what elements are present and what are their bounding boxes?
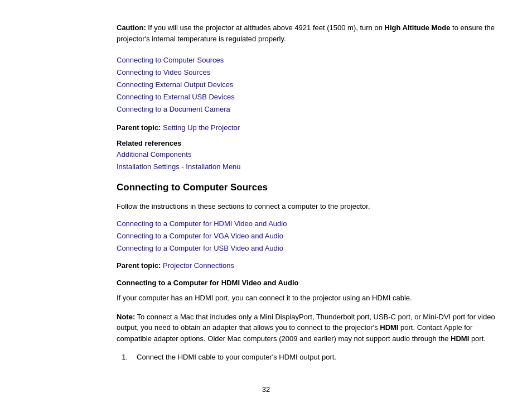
step-1-number: 1. [117, 352, 128, 363]
caution-bold-text: High Altitude Mode [385, 23, 451, 32]
link-usb-video-audio[interactable]: Connecting to a Computer for USB Video a… [117, 242, 499, 255]
step-1: 1. Connect the HDMI cable to your comput… [117, 352, 499, 363]
parent-topic-label: Parent topic: [117, 123, 161, 132]
link-installation-settings[interactable]: Installation Settings - Installation Men… [117, 161, 499, 173]
link-computer-sources[interactable]: Connecting to Computer Sources [117, 54, 499, 66]
related-references-section: Related references Additional Components… [117, 139, 499, 173]
note-text3: port. [469, 334, 486, 343]
link-hdmi-video-audio[interactable]: Connecting to a Computer for HDMI Video … [117, 218, 499, 230]
content-area: Caution: If you will use the projector a… [117, 22, 499, 363]
page-number: 32 [0, 385, 532, 394]
caution-text: If you will use the projector at altitud… [146, 23, 385, 32]
hdmi-note-block: Note: To connect a Mac that includes onl… [117, 312, 499, 344]
note-label: Note: [117, 313, 135, 321]
computer-sources-parent-topic: Parent topic: Projector Connections [117, 260, 499, 271]
hdmi-section-heading: Connecting to a Computer for HDMI Video … [117, 279, 499, 287]
section-heading-computer-sources: Connecting to Computer Sources [117, 182, 499, 193]
note-bold1: HDMI [380, 323, 398, 332]
related-references-label: Related references [117, 139, 499, 147]
note-bold2: HDMI [451, 334, 469, 343]
computer-sources-intro: Follow the instructions in these section… [117, 201, 499, 212]
page-container: Caution: If you will use the projector a… [0, 0, 532, 412]
link-video-sources[interactable]: Connecting to Video Sources [117, 66, 499, 79]
link-external-usb[interactable]: Connecting to External USB Devices [117, 91, 499, 103]
link-document-camera[interactable]: Connecting to a Document Camera [117, 103, 499, 116]
computer-sources-parent-label: Parent topic: [117, 261, 161, 270]
parent-topic-line: Parent topic: Setting Up the Projector [117, 122, 499, 133]
caution-block: Caution: If you will use the projector a… [117, 22, 499, 44]
link-vga-video-audio[interactable]: Connecting to a Computer for VGA Video a… [117, 230, 499, 242]
caution-label: Caution: [117, 23, 146, 32]
nav-links-section: Connecting to Computer Sources Connectin… [117, 54, 499, 116]
parent-topic-link[interactable]: Setting Up the Projector [163, 123, 240, 132]
hdmi-body-text: If your computer has an HDMI port, you c… [117, 293, 499, 304]
link-external-output[interactable]: Connecting External Output Devices [117, 79, 499, 91]
computer-sources-parent-link[interactable]: Projector Connections [163, 261, 234, 270]
computer-sources-sublinks: Connecting to a Computer for HDMI Video … [117, 218, 499, 255]
link-additional-components[interactable]: Additional Components [117, 148, 499, 161]
step-1-text: Connect the HDMI cable to your computer'… [137, 352, 336, 363]
